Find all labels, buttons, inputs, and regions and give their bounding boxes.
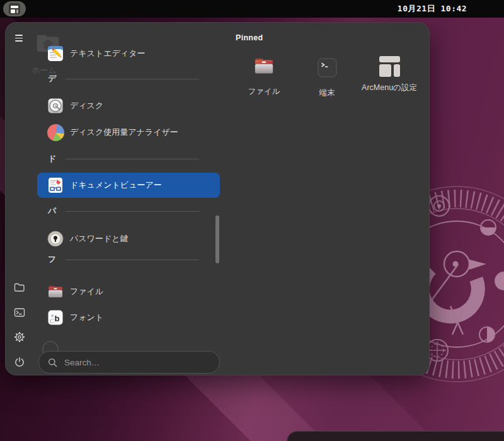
section-letter: パ <box>48 205 56 217</box>
section-letter: デ <box>48 73 56 84</box>
app-label: ファイル <box>70 286 103 297</box>
app-label: ドキュメントビューアー <box>70 180 162 191</box>
pinned-header: Pinned <box>236 33 263 42</box>
app-row-disks[interactable]: ディスク <box>37 93 220 118</box>
section-header: ド <box>37 152 220 165</box>
top-bar: 10月21日 10:42 <box>0 0 504 18</box>
pinned-label: ArcMenuの設定 <box>360 83 418 93</box>
section-divider <box>66 211 199 212</box>
app-label: パスワードと鍵 <box>70 233 129 244</box>
desktop: 10月21日 10:42 <box>0 0 504 441</box>
app-label: フォント <box>70 312 103 323</box>
pinned-item-arcmenu-settings[interactable]: ArcMenuの設定 <box>357 51 421 93</box>
clock[interactable]: 10月21日 10:42 <box>396 0 469 18</box>
disk-usage-analyzer-icon <box>47 123 64 141</box>
app-label: ディスク使用量アナライザー <box>70 127 178 138</box>
app-row-passwords-and-keys[interactable]: パスワードと鍵 <box>37 226 220 251</box>
hamburger-menu-icon[interactable] <box>15 35 23 42</box>
pinned-item-terminal[interactable]: 端末 <box>297 51 357 98</box>
section-letter: フ <box>48 254 56 265</box>
search-bar <box>38 351 220 374</box>
pinned-label: 端末 <box>319 88 335 98</box>
document-viewer-icon <box>47 176 64 194</box>
svg-text:b: b <box>55 314 60 323</box>
app-row-files[interactable]: ファイル <box>37 279 220 304</box>
fonts-icon: a b C <box>47 309 64 326</box>
section-header: デ <box>37 72 220 85</box>
svg-text:C: C <box>50 317 54 324</box>
app-row-document-viewer[interactable]: ドキュメントビューアー <box>37 173 220 198</box>
power-icon <box>13 356 26 369</box>
sidebar-power-button[interactable] <box>13 356 26 369</box>
search-icon <box>48 358 57 367</box>
text-editor-icon <box>47 45 64 62</box>
folder-icon <box>13 281 26 294</box>
section-divider <box>66 79 199 79</box>
search-input[interactable] <box>63 357 212 368</box>
terminal-icon <box>318 58 337 77</box>
section-divider <box>66 260 199 260</box>
pinned-label: ファイル <box>248 86 280 96</box>
arcmenu-settings-icon <box>379 56 400 77</box>
arcmenu-icon <box>9 3 20 14</box>
pinned-item-files[interactable]: ファイル <box>234 51 294 96</box>
sidebar-terminal-button[interactable] <box>13 306 26 319</box>
sidebar-files-button[interactable] <box>13 281 26 294</box>
scrollbar-thumb[interactable] <box>215 215 219 263</box>
section-divider <box>66 159 199 159</box>
app-label: テキストエディター <box>70 48 145 59</box>
section-header: フ <box>37 253 220 266</box>
section-letter: ド <box>48 153 56 164</box>
section-header: パ <box>37 205 220 217</box>
arcmenu-panel: ホーム テキストエディター デ <box>5 22 430 375</box>
sidebar-settings-button[interactable] <box>13 331 26 343</box>
app-label: ディスク <box>70 100 103 112</box>
arcmenu-button[interactable] <box>3 1 26 16</box>
files-folder-icon <box>253 55 275 77</box>
app-row-disk-usage-analyzer[interactable]: ディスク使用量アナライザー <box>37 120 220 145</box>
gear-icon <box>13 331 26 343</box>
background-window[interactable] <box>287 431 504 441</box>
disks-icon <box>47 97 64 115</box>
files-folder-icon <box>47 283 64 301</box>
app-row-fonts[interactable]: a b C フォント <box>37 305 220 330</box>
terminal-icon <box>13 306 26 319</box>
passwords-and-keys-icon <box>47 230 64 248</box>
app-row-text-editor[interactable]: テキストエディター <box>37 41 220 66</box>
